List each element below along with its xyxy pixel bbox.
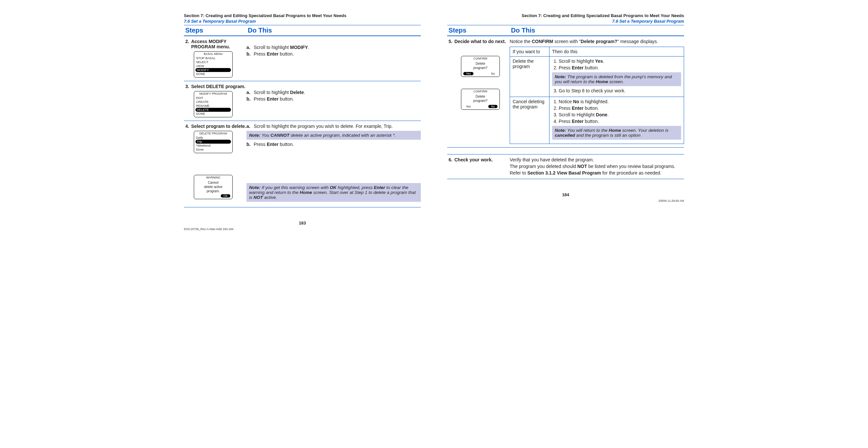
device-screen-basal-menu: BASAL MENU STOP BASAL SELECT VIEW MODIFY… [194, 51, 232, 77]
col-dothis-header: Do This [246, 27, 421, 34]
substep: b. Press Enter button. [246, 51, 421, 57]
page-183: Section 7: Creating and Editing Speciali… [184, 13, 421, 231]
footer: DOC15736_Rev-A-Man.indd 183-184 [184, 228, 421, 231]
subsection-title: 7.6 Set a Temporary Basal Program [184, 19, 421, 24]
step-title: Select program to delete. [191, 124, 246, 129]
note-cannot-delete-active: Note: You CANNOT delete an active progra… [246, 131, 421, 140]
col-steps-header: Steps [447, 27, 510, 34]
col-dothis-header: Do This [510, 27, 684, 34]
step-num: 2. [184, 39, 191, 77]
step-title: Check your work. [455, 157, 493, 175]
note-warning-ok: Note: If you get this warning screen wit… [246, 183, 421, 202]
step-num: 3. [184, 84, 191, 117]
substep: a. Scroll to highlight MODIFY. [246, 45, 421, 50]
page-number: 183 [184, 220, 421, 226]
footer: 2/9/09 11:29:50 AM [447, 199, 684, 203]
th-if-you-want: If you want to [510, 47, 550, 57]
step-title: Select DELETE program. [191, 84, 245, 89]
substep: b. Press Enter button. [246, 96, 421, 102]
th-then-do-this: Then do this [550, 47, 684, 57]
table-header: Steps Do This [447, 25, 684, 36]
col-steps-header: Steps [184, 27, 246, 34]
row-delete-program: Delete the program Scroll to highlight Y… [510, 57, 684, 97]
step-4: 4. Select program to delete. DELETE PROG… [184, 121, 421, 207]
device-screen-warning: WARNING Cannot delete active program. OK [194, 175, 232, 199]
table-header: Steps Do This [184, 25, 421, 36]
note-deletion-cancelled: Note: You will return to the Home screen… [552, 126, 681, 140]
note-program-deleted: Note: The program is deleted from the pu… [552, 72, 681, 86]
page-number: 184 [447, 192, 684, 197]
step-6: 6. Check your work. Verify that you have… [447, 154, 684, 179]
yes-pill: Yes [463, 72, 473, 75]
step-num: 5. [447, 39, 455, 144]
yes-pill: Yes [463, 105, 473, 108]
no-pill: No [488, 105, 497, 108]
step-title: Access MODIFY PROGRAM menu. [191, 39, 246, 49]
substep: a. Scroll to highlight Delete. [246, 90, 421, 95]
step-5: 5. Decide what to do next. CONFIRM Delet… [447, 36, 684, 147]
ok-pill: OK [221, 194, 230, 198]
step-num: 4. [184, 124, 191, 204]
subsection-title: 7.6 Set a Temporary Basal Program [447, 19, 684, 24]
device-screen-confirm-yes: CONFIRM Delete program? Yes No [461, 56, 500, 77]
device-screen-confirm-no: CONFIRM Delete program? Yes No [461, 89, 500, 110]
no-pill: No [488, 72, 497, 75]
step-3: 3. Select DELETE program. MODIFY PROGRAM… [184, 81, 421, 121]
step5-intro: Notice the CONFIRM screen with "Delete p… [510, 39, 684, 44]
section-title: Section 7: Creating and Editing Speciali… [184, 13, 421, 18]
step-title: Decide what to do next. [455, 39, 510, 44]
device-screen-modify-program: MODIFY PROGRAM EDIT CREATE RENAME DELETE… [194, 91, 232, 117]
footer-file: DOC15736_Rev-A-Man.indd 183-184 [184, 228, 234, 231]
step-2: 2. Access MODIFY PROGRAM menu. BASAL MEN… [184, 36, 421, 81]
substep: b. Press Enter button. [246, 142, 421, 147]
decision-table: If you want to Then do this Delete the p… [510, 47, 684, 144]
step-num: 6. [447, 157, 455, 175]
page-184: Section 7: Creating and Editing Speciali… [447, 13, 684, 231]
footer-date: 2/9/09 11:29:50 AM [658, 199, 684, 203]
device-screen-delete-program: DELETE PROGRAM Daily Trip *Weekend Done [194, 131, 232, 153]
substep: a. Scroll to highlight the program you w… [246, 124, 421, 129]
section-title: Section 7: Creating and Editing Speciali… [447, 13, 684, 18]
row-cancel-deleting: Cancel deleting the program Notice No is… [510, 97, 684, 144]
